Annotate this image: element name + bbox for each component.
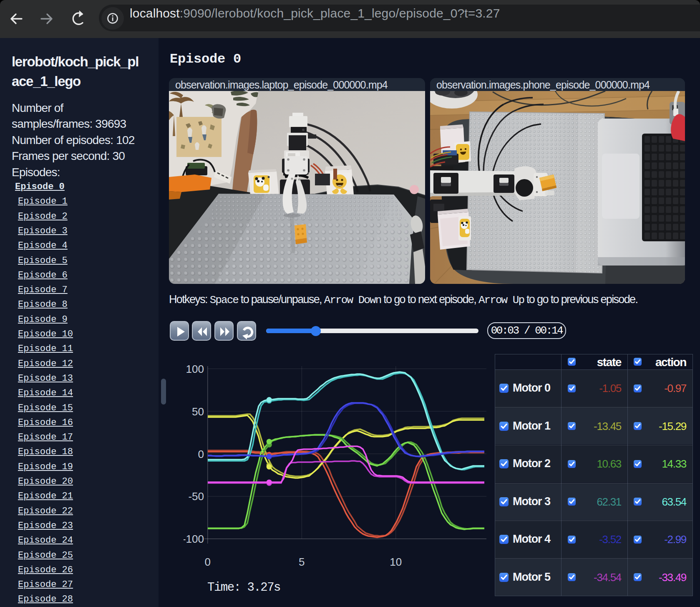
- svg-text:50: 50: [192, 405, 204, 418]
- svg-text:0: 0: [205, 556, 211, 568]
- svg-text:-100: -100: [184, 533, 204, 545]
- svg-text:0: 0: [198, 448, 204, 460]
- svg-text:10: 10: [390, 556, 402, 568]
- svg-text:100: 100: [186, 363, 204, 375]
- svg-text:-50: -50: [188, 490, 204, 503]
- svg-text:5: 5: [299, 556, 305, 568]
